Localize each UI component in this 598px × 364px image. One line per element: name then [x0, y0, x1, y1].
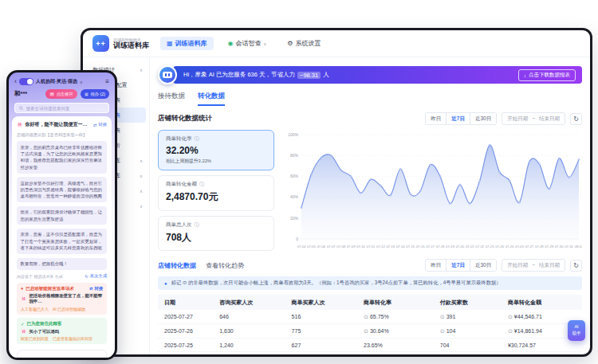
pending-flag-icon: ⊙ — [508, 314, 513, 319]
range-button-近30日[interactable]: 近30日 — [470, 260, 496, 271]
column-header-商单买家人次: 商单买家人次 — [285, 295, 357, 310]
svg-text:07-04: 07-04 — [297, 245, 306, 249]
range-button-近30日[interactable]: 近30日 — [470, 113, 496, 124]
svg-text:0: 0 — [296, 237, 298, 241]
download-report-button[interactable]: ↓ 点击下载数据报表 — [518, 69, 576, 81]
pending-flag-icon: ⊙ — [364, 314, 368, 319]
stat-sub: 相比上周期提升3.22% — [166, 158, 266, 165]
ai-message-bubble: 亲亲，您看，这不仅仅是搭配需求，而是为了打造一个完美家居体验，一起买更划算，省下… — [17, 229, 107, 254]
info-icon: ⓘ — [199, 181, 204, 188]
search-input[interactable] — [26, 106, 104, 111]
svg-text:07-09: 07-09 — [347, 245, 356, 249]
top-nav: ▦训练语料库◉会话智查∨⚙系统设置 — [160, 37, 327, 50]
table-cell: 2025-07-24 — [158, 352, 213, 355]
table-row: 2025-07-241,39234545.51%134¥13,136.78 — [158, 352, 582, 355]
download-icon: ↓ — [524, 72, 526, 78]
range-button-昨日[interactable]: 昨日 — [426, 260, 447, 271]
date-range-picker[interactable]: 开始日期 ~ 结束日期 — [502, 112, 565, 125]
table-cell: 627 — [285, 339, 357, 352]
range-button-近7日[interactable]: 近7日 — [447, 260, 470, 271]
info-icon: ⓘ — [195, 221, 199, 229]
chevron-down-icon[interactable]: ∨ — [80, 80, 83, 84]
back-icon[interactable]: ‹ — [14, 78, 17, 85]
human-badge: H — [21, 329, 26, 334]
table-row: 2025-07-251,24062723.65%704¥30,724.57 — [158, 339, 582, 352]
range-button-近7日[interactable]: 近7日 — [447, 113, 470, 124]
svg-text:07-11: 07-11 — [367, 245, 376, 249]
ai-message-bubble: 而且，它的双重防滑设计确保了稳固性，让您的家居生活更加舒适 — [17, 206, 107, 225]
info-icon: ⓘ — [195, 135, 199, 143]
table-cell: 1,240 — [213, 339, 285, 352]
conversion-stats-panel: 店铺转化数据统计 昨日近7日近30日 开始日期 ~ 结束日期 ↻ 商单转化率ⓘ3… — [158, 112, 582, 251]
table-cell: 2025-07-25 — [158, 339, 213, 352]
chevron-icon: ∧ — [140, 189, 143, 194]
saved-headcount-value: ~98.31 — [297, 72, 321, 79]
conversion-table-panel: 店铺转化数据查看转化趋势 昨日近7日近30日 开始日期 ~ 结束日期 ↻ ● 标… — [158, 259, 582, 354]
range-button-昨日[interactable]: 昨日 — [426, 113, 447, 124]
regenerate-button[interactable]: ↻ 再次生成 — [85, 273, 107, 279]
generated-note: 内容基于 精选话术库 生成 — [17, 274, 63, 279]
svg-text:07-14: 07-14 — [396, 245, 405, 249]
date-range-picker[interactable]: 开始日期 ~ 结束日期 — [502, 259, 565, 272]
table-cell: 646 — [213, 310, 285, 324]
tab-接待数据[interactable]: 接待数据 — [158, 92, 185, 106]
takeover-button[interactable]: H 点击接管 — [45, 89, 77, 99]
table-notice: ● 标记 ⊙ 的非最终数据，次日可能会小幅上涨，商单有效期为3天。（例如：1号咨… — [158, 276, 582, 290]
stat-value: 708人 — [166, 231, 266, 245]
mode-label: 人机协同·灵活·筛选 — [36, 78, 77, 85]
dashboard-window: ++ 店铺AI智能助手 训练语料库 ▦训练语料库◉会话智查∨⚙系统设置 数据统计… — [81, 28, 592, 357]
stat-card-商单总人次[interactable]: 商单总人次ⓘ708人 — [158, 216, 274, 252]
table-cell: 23.65% — [357, 339, 434, 352]
svg-text:60%: 60% — [290, 174, 299, 178]
nav-item-label: 系统设置 — [295, 39, 321, 48]
nav-item-系统设置[interactable]: ⚙系统设置 — [281, 37, 327, 50]
robot-avatar-icon — [158, 65, 177, 84]
stat-card-商单转化率[interactable]: 商单转化率ⓘ32.20%相比上周期提升3.22% — [158, 130, 274, 170]
search-icon — [19, 106, 24, 111]
transfer-button[interactable]: ⇄ 转接 — [89, 286, 103, 292]
nav-item-会话智查[interactable]: ◉会话智查∨ — [222, 37, 273, 50]
ai-loading-card: 正在请求AI大模型… — [17, 350, 107, 360]
stat-cards: 商单转化率ⓘ32.20%相比上周期提升3.22%商单转化金额ⓘ2,4870.70… — [158, 130, 274, 251]
svg-text:40%: 40% — [290, 194, 299, 199]
tab-店铺转化数据[interactable]: 店铺转化数据 — [158, 261, 196, 270]
pending-flag-icon: ⊙ — [440, 328, 445, 334]
nav-item-label: 会话智查 — [236, 39, 262, 48]
transfer-button[interactable]: ⇄ 转接 — [93, 122, 107, 127]
table-tabs: 店铺转化数据查看转化趋势 — [158, 261, 244, 270]
alert-followup: ● 已启动智能留言追单话术 ⇄ 转接 H 把活动价格稍微改便宜了点，能不能帮我申… — [17, 283, 107, 315]
app-logo: ++ 店铺AI智能助手 训练语料库 — [92, 35, 149, 52]
range-filter: 昨日近7日近30日 — [425, 259, 497, 272]
main-content: Hi，摩象 AI 已为您服务 636 天，节省人力 ~98.31 人 ↓ 点击下… — [150, 57, 590, 354]
todo-button[interactable]: ≡ 待办 (2) — [81, 89, 109, 99]
mode-toggle[interactable] — [19, 78, 33, 85]
nav-item-训练语料库[interactable]: ▦训练语料库 — [160, 37, 214, 50]
table-controls: 昨日近7日近30日 开始日期 ~ 结束日期 ↻ — [425, 259, 582, 272]
stat-value: 2,4870.70元 — [166, 190, 266, 204]
menu-icon[interactable]: ≡ — [105, 78, 109, 85]
tab-转化数据[interactable]: 转化数据 — [198, 92, 225, 106]
svg-text:07-18: 07-18 — [436, 245, 445, 249]
table-cell: 516 — [285, 310, 357, 324]
refresh-icon[interactable]: ↻ — [570, 260, 582, 272]
table-row: 2025-07-27646516⊙65.75%⊙391⊙¥44,546.71 — [158, 310, 582, 324]
refresh-icon[interactable]: ↻ — [570, 113, 582, 125]
alert-status: 人工客服已介入 AI 已启动智能辅助 — [21, 307, 103, 311]
ai-assistant-floating-button[interactable]: AI 助手 — [568, 320, 585, 341]
svg-text:07-13: 07-13 — [386, 245, 395, 249]
tab-查看转化趋势[interactable]: 查看转化趋势 — [206, 261, 244, 270]
table-cell: 704 — [434, 339, 502, 352]
alert-status: 顾客已收到回复 已使用客服知识库回答 — [21, 336, 103, 341]
conversion-area-chart: 020%40%60%80%100%07-0407-0507-0607-0707-… — [281, 130, 582, 251]
warning-dot-icon: ● — [21, 286, 23, 291]
column-header-付款买家数: 付款买家数 — [434, 295, 502, 310]
search-bar[interactable] — [14, 103, 109, 113]
svg-text:07-12: 07-12 — [376, 245, 385, 249]
customer-question: 你好呀，能不能让我便宜一下，… — [25, 121, 90, 128]
svg-text:07-25: 07-25 — [506, 245, 514, 249]
greeting-text: Hi，摩象 AI 已为您服务 636 天，节省人力 — [183, 71, 295, 79]
conversion-table: 日期咨询买家人次商单买家人次商单转化率付款买家数商单转化金额 2025-07-2… — [158, 295, 582, 354]
svg-text:07-17: 07-17 — [426, 245, 435, 249]
stat-card-商单转化金额[interactable]: 商单转化金额ⓘ2,4870.70元 — [158, 175, 274, 211]
svg-text:100%: 100% — [288, 132, 298, 137]
